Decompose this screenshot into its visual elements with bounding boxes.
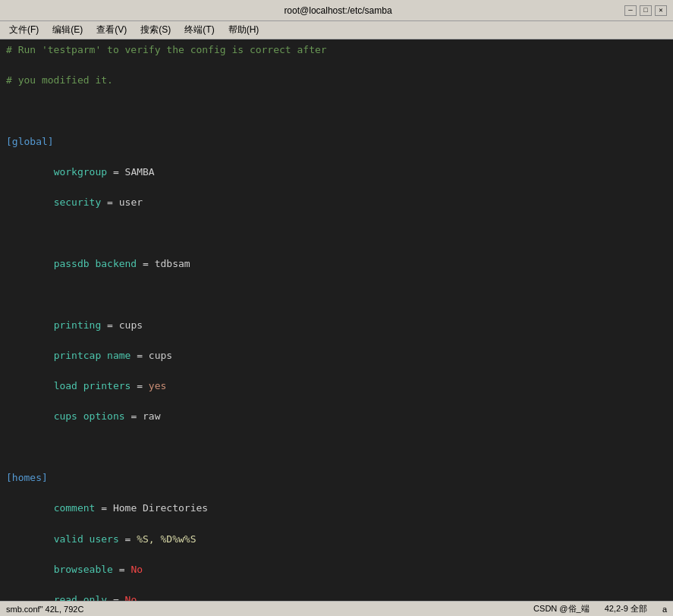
window-title: root@localhost:/etc/samba (52, 5, 624, 16)
code-content: # Run 'testparm' to verify the config is… (6, 42, 667, 601)
menu-search[interactable]: 搜索(S) (134, 22, 177, 38)
csdn-watermark: CSDN @俗_端 (533, 603, 590, 614)
minimize-button[interactable]: ─ (624, 5, 637, 16)
menu-edit[interactable]: 编辑(E) (46, 22, 89, 38)
menu-file[interactable]: 文件(F) (3, 22, 45, 38)
maximize-button[interactable]: □ (640, 5, 652, 16)
menu-help[interactable]: 帮助(H) (222, 22, 266, 38)
close-button[interactable]: ✕ (655, 5, 667, 16)
status-bar: smb.conf" 42L, 792C CSDN @俗_端 42,2-9 全部 … (0, 601, 673, 616)
status-mode: a (662, 605, 667, 614)
editor[interactable]: # Run 'testparm' to verify the config is… (0, 39, 673, 601)
window-controls[interactable]: ─ □ ✕ (624, 5, 667, 16)
menu-view[interactable]: 查看(V) (90, 22, 133, 38)
menu-bar: 文件(F) 编辑(E) 查看(V) 搜索(S) 终端(T) 帮助(H) (0, 21, 673, 39)
status-position: 42,2-9 全部 (605, 603, 647, 614)
title-bar: root@localhost:/etc/samba ─ □ ✕ (0, 0, 673, 21)
status-file-info: smb.conf" 42L, 792C (6, 605, 83, 614)
menu-terminal[interactable]: 终端(T) (178, 22, 220, 38)
